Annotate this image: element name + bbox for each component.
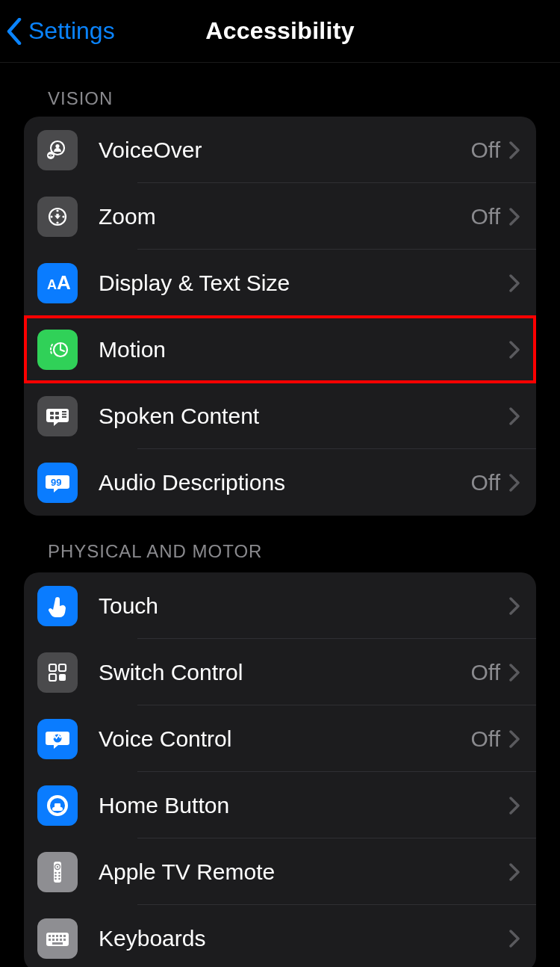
row-status: Off bbox=[471, 470, 500, 495]
chevron-right-icon bbox=[509, 863, 520, 881]
row-home-button[interactable]: Home Button bbox=[24, 772, 536, 838]
row-zoom[interactable]: ZoomOff bbox=[24, 183, 536, 250]
chevron-right-icon bbox=[509, 341, 520, 359]
back-label: Settings bbox=[28, 17, 115, 45]
group-vision: VoiceOverOffZoomOffDisplay & Text SizeMo… bbox=[24, 117, 536, 516]
row-voiceover[interactable]: VoiceOverOff bbox=[24, 117, 536, 183]
row-label: Apple TV Remote bbox=[99, 859, 500, 885]
zoom-icon bbox=[37, 197, 78, 237]
voiceover-icon bbox=[37, 130, 78, 170]
section-header-physical: PHYSICAL AND MOTOR bbox=[0, 516, 560, 569]
motion-icon bbox=[37, 330, 78, 370]
row-keyboards[interactable]: Keyboards bbox=[24, 905, 536, 967]
content: VISION VoiceOverOffZoomOffDisplay & Text… bbox=[0, 63, 560, 967]
chevron-right-icon bbox=[509, 930, 520, 948]
row-status: Off bbox=[471, 660, 500, 685]
chevron-right-icon bbox=[509, 208, 520, 226]
navbar: Settings Accessibility bbox=[0, 0, 560, 63]
back-button[interactable]: Settings bbox=[6, 17, 115, 45]
section-header-vision: VISION bbox=[0, 63, 560, 117]
row-status: Off bbox=[471, 204, 500, 229]
row-voice-control[interactable]: Voice ControlOff bbox=[24, 705, 536, 772]
row-status: Off bbox=[471, 138, 500, 163]
chevron-right-icon bbox=[509, 141, 520, 159]
apple-tv-remote-icon bbox=[37, 852, 78, 892]
row-label: Touch bbox=[99, 593, 500, 619]
chevron-right-icon bbox=[509, 797, 520, 815]
row-display-text-size[interactable]: Display & Text Size bbox=[24, 250, 536, 316]
touch-icon bbox=[37, 586, 78, 626]
row-label: Home Button bbox=[99, 793, 500, 818]
row-label: Voice Control bbox=[99, 726, 471, 752]
chevron-right-icon bbox=[509, 474, 520, 492]
chevron-right-icon bbox=[509, 730, 520, 748]
row-label: Spoken Content bbox=[99, 404, 500, 429]
row-label: Zoom bbox=[99, 204, 471, 229]
home-button-icon bbox=[37, 785, 78, 826]
group-physical: TouchSwitch ControlOffVoice ControlOffHo… bbox=[24, 572, 536, 967]
voice-control-icon bbox=[37, 719, 78, 759]
row-label: Switch Control bbox=[99, 660, 471, 685]
row-label: Motion bbox=[99, 337, 500, 362]
row-label: Display & Text Size bbox=[99, 271, 500, 296]
audio-descriptions-icon bbox=[37, 463, 78, 503]
chevron-right-icon bbox=[509, 274, 520, 292]
row-motion[interactable]: Motion bbox=[24, 316, 536, 383]
keyboards-icon bbox=[37, 918, 78, 959]
row-touch[interactable]: Touch bbox=[24, 572, 536, 639]
text-size-icon bbox=[37, 263, 78, 303]
row-label: VoiceOver bbox=[99, 138, 471, 163]
chevron-right-icon bbox=[509, 597, 520, 615]
row-spoken-content[interactable]: Spoken Content bbox=[24, 383, 536, 449]
spoken-content-icon bbox=[37, 396, 78, 436]
chevron-right-icon bbox=[509, 664, 520, 682]
row-label: Audio Descriptions bbox=[99, 470, 471, 495]
row-status: Off bbox=[471, 726, 500, 752]
row-switch-control[interactable]: Switch ControlOff bbox=[24, 639, 536, 705]
row-audio-descriptions[interactable]: Audio DescriptionsOff bbox=[24, 449, 536, 516]
switch-control-icon bbox=[37, 652, 78, 693]
chevron-right-icon bbox=[509, 407, 520, 425]
row-label: Keyboards bbox=[99, 926, 500, 951]
chevron-left-icon bbox=[6, 18, 22, 45]
row-apple-tv-remote[interactable]: Apple TV Remote bbox=[24, 838, 536, 905]
